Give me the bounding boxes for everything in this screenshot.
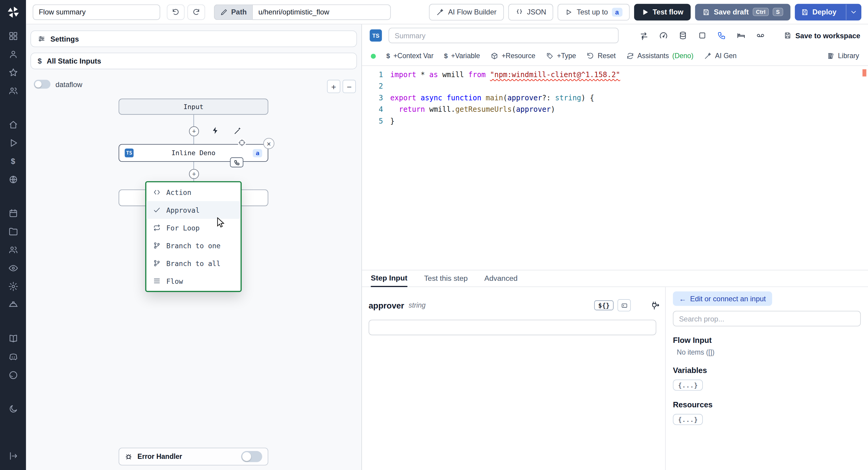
- reset-button[interactable]: Reset: [587, 52, 616, 60]
- deploy-button[interactable]: Deploy: [795, 4, 842, 20]
- editor-header: TS Save to workspace: [362, 24, 868, 47]
- cache-icon[interactable]: [678, 31, 687, 40]
- menu-item-approval[interactable]: Approval: [147, 201, 241, 219]
- discord-icon[interactable]: [0, 347, 26, 366]
- template-expr-button[interactable]: ${}: [594, 301, 614, 310]
- expand-sidebar-icon[interactable]: [0, 446, 26, 465]
- edit-connect-input-button[interactable]: ← Edit or connect an input: [673, 291, 772, 306]
- input-window-icon: [621, 302, 628, 309]
- dataflow-toggle[interactable]: [34, 80, 50, 89]
- audit-logs-icon[interactable]: [0, 259, 26, 277]
- code-editor[interactable]: 12345 import * as wmill from "npm:windmi…: [362, 66, 868, 268]
- insert-step-button[interactable]: +: [189, 169, 199, 179]
- menu-item-action[interactable]: Action: [147, 184, 241, 201]
- schedules-icon[interactable]: [0, 204, 26, 222]
- dark-mode-icon[interactable]: [0, 400, 26, 418]
- resources-object-badge[interactable]: {...}: [673, 414, 703, 425]
- library-icon: [827, 52, 835, 60]
- rotate-ccw-icon: [587, 52, 594, 60]
- flow-settings-button[interactable]: Settings: [30, 30, 357, 47]
- trigger-icon[interactable]: [211, 126, 220, 135]
- lsp-status-icon: [371, 53, 376, 58]
- concurrency-icon[interactable]: [659, 31, 668, 40]
- typescript-badge: TS: [125, 149, 133, 157]
- ai-flow-builder-button[interactable]: AI Flow Builder: [429, 4, 504, 20]
- undo-button[interactable]: [167, 4, 185, 20]
- library-button[interactable]: Library: [827, 52, 859, 60]
- users-icon[interactable]: [0, 81, 26, 100]
- suspend-approval-badge[interactable]: [230, 157, 243, 167]
- mock-icon[interactable]: [756, 31, 765, 40]
- editor-toolbar: $ +Context Var $ +Variable +Resource +Ty…: [362, 46, 868, 66]
- connect-input-button[interactable]: [650, 301, 659, 310]
- workers-icon[interactable]: [0, 295, 26, 314]
- variables-icon[interactable]: $: [0, 152, 26, 170]
- user-icon[interactable]: [0, 45, 26, 63]
- early-stop-icon[interactable]: [698, 31, 707, 40]
- deploy-dropdown-button[interactable]: [846, 4, 861, 20]
- settings-icon[interactable]: [0, 277, 26, 295]
- menu-item-for-loop[interactable]: For Loop: [147, 219, 241, 237]
- add-type-button[interactable]: +Type: [546, 52, 576, 60]
- star-icon[interactable]: [0, 63, 26, 82]
- home-icon[interactable]: [0, 115, 26, 134]
- move-step-icon[interactable]: [238, 138, 246, 147]
- all-static-inputs-button[interactable]: $ All Static Inputs: [30, 53, 357, 69]
- tab-advanced[interactable]: Advanced: [484, 274, 518, 286]
- variables-object-badge[interactable]: {...}: [673, 380, 703, 391]
- folders-icon[interactable]: [0, 222, 26, 241]
- zoom-in-button[interactable]: +: [327, 80, 340, 93]
- plug-arrow-icon: [650, 301, 659, 310]
- add-variable-button[interactable]: $ +Variable: [444, 52, 480, 60]
- zoom-out-button[interactable]: −: [343, 80, 356, 93]
- error-handler-toggle[interactable]: [241, 451, 262, 462]
- reassign-icon[interactable]: [640, 31, 648, 40]
- step-id-badge: a: [253, 149, 262, 157]
- code-lines: import * as wmill from "npm:windmill-cli…: [390, 69, 868, 268]
- path-group: Path: [214, 4, 391, 20]
- ai-builder-icon[interactable]: [234, 126, 242, 135]
- menu-item-branch-to-one[interactable]: Branch to one: [147, 237, 241, 254]
- runs-icon[interactable]: [0, 133, 26, 152]
- input-node[interactable]: Input: [119, 98, 269, 115]
- arg-value-input[interactable]: [369, 320, 656, 335]
- pencil-icon: [220, 8, 228, 16]
- menu-item-branch-to-all[interactable]: Branch to all: [147, 254, 241, 272]
- windmill-logo-icon[interactable]: [6, 5, 20, 19]
- delete-step-button[interactable]: ×: [264, 138, 275, 149]
- resources-heading: Resources: [673, 400, 861, 409]
- path-input[interactable]: [252, 4, 391, 20]
- error-handler-node[interactable]: Error Handler: [119, 448, 269, 466]
- save-to-workspace-button[interactable]: Save to workspace: [784, 31, 860, 40]
- suspend-approval-icon[interactable]: [717, 31, 726, 40]
- kbd-ctrl: Ctrl: [752, 8, 769, 16]
- flow-summary-input[interactable]: [33, 4, 160, 20]
- add-resource-button[interactable]: +Resource: [491, 52, 535, 60]
- prop-picker: ← Edit or connect an input Flow Input No…: [665, 287, 868, 470]
- test-up-to-button[interactable]: Test up to a: [558, 4, 629, 20]
- path-chip[interactable]: Path: [214, 4, 252, 20]
- add-context-var-button[interactable]: $ +Context Var: [386, 52, 433, 60]
- github-icon[interactable]: [0, 366, 26, 384]
- groups-icon[interactable]: [0, 241, 26, 259]
- tab-step-input[interactable]: Step Input: [371, 274, 407, 287]
- ai-gen-button[interactable]: AI Gen: [704, 52, 737, 60]
- docs-icon[interactable]: [0, 329, 26, 347]
- insert-step-button[interactable]: +: [189, 126, 199, 136]
- redo-button[interactable]: [187, 4, 205, 20]
- search-prop-input[interactable]: [673, 311, 861, 326]
- resources-icon[interactable]: [0, 170, 26, 189]
- apps-icon[interactable]: [0, 27, 26, 45]
- play-icon: [641, 8, 649, 16]
- step-summary-input[interactable]: [389, 28, 618, 43]
- sleep-icon[interactable]: [737, 31, 745, 40]
- menu-item-flow[interactable]: Flow: [147, 272, 241, 290]
- tab-test-this-step[interactable]: Test this step: [424, 274, 468, 286]
- step-tabs: Step Input Test this step Advanced: [362, 270, 868, 287]
- json-button[interactable]: JSON: [508, 4, 553, 20]
- git-branch-icon: [153, 259, 161, 267]
- assistants-button[interactable]: Assistants (Deno): [626, 52, 693, 60]
- editor-toggle-button[interactable]: [618, 299, 631, 311]
- test-flow-button[interactable]: Test flow: [634, 4, 690, 20]
- save-draft-button[interactable]: Save draft Ctrl S: [695, 4, 790, 20]
